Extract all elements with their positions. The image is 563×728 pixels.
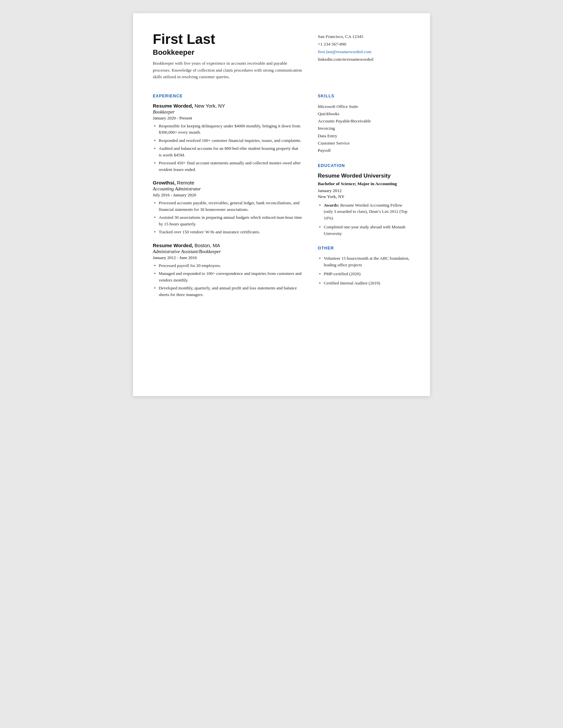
other-title: OTHER <box>318 246 410 250</box>
job-2-company-name: Growthsi, <box>153 180 176 185</box>
list-item: Payroll <box>318 147 410 154</box>
candidate-title: Bookkeeper <box>153 48 302 57</box>
list-item: Audited and balanced accounts for an 800… <box>153 145 302 158</box>
edu-school: Resume Worded University <box>318 173 410 179</box>
job-3-bullets: Processed payroll for 20 employees. Mana… <box>153 262 302 298</box>
job-2-company-suffix: Remote <box>176 180 194 185</box>
education-section: EDUCATION Resume Worded University Bache… <box>318 163 410 237</box>
list-item: Processed payroll for 20 employees. <box>153 262 302 269</box>
left-column: EXPERIENCE Resume Worded, New York, NY B… <box>153 94 302 378</box>
list-item: Responsible for keeping delinquency unde… <box>153 123 302 136</box>
list-item: Data Entry <box>318 132 410 140</box>
job-1-bullets: Responsible for keeping delinquency unde… <box>153 123 302 173</box>
header-left: First Last Bookkeeper Bookkeeper with fi… <box>153 32 302 81</box>
list-item: Invoicing <box>318 125 410 132</box>
edu-bullets: Awards: Resume Worded Accounting Fellow … <box>318 202 410 237</box>
list-item: Developed monthly, quarterly, and annual… <box>153 285 302 298</box>
job-2-role: Accounting Administrator <box>153 186 302 192</box>
job-1-company-name: Resume Worded, <box>153 103 193 109</box>
job-3-company: Resume Worded, Boston, MA <box>153 243 302 248</box>
summary-text: Bookkeeper with five years of experience… <box>153 60 302 80</box>
other-section: OTHER Volunteer 15 hours/month at the AB… <box>318 246 410 286</box>
resume-header: First Last Bookkeeper Bookkeeper with fi… <box>153 32 410 90</box>
job-1-dates: January 2020 - Present <box>153 116 302 121</box>
job-1-company: Resume Worded, New York, NY <box>153 103 302 109</box>
header-right: San Francisco, CA 12345 +1 234 567-890 f… <box>318 32 410 81</box>
job-2-company: Growthsi, Remote <box>153 180 302 186</box>
list-item: Processed 450+ final account statements … <box>153 160 302 173</box>
address: San Francisco, CA 12345 <box>318 33 410 41</box>
right-column: SKILLS Microsoft Office Suite Quickbooks… <box>318 94 410 378</box>
job-2-bullets: Processed accounts payable, receivables,… <box>153 200 302 235</box>
job-block-1: Resume Worded, New York, NY Bookkeeper J… <box>153 103 302 173</box>
edu-date: January 2012 <box>318 188 410 193</box>
list-item: Volunteer 15 hours/month at the ABC foun… <box>318 255 410 268</box>
job-3-role: Administrative Assistant/Bookkeeper <box>153 249 302 254</box>
list-item: Completed one-year study abroad with Mon… <box>318 224 410 237</box>
education-title: EDUCATION <box>318 163 410 168</box>
list-item: Microsoft Office Suite <box>318 103 410 110</box>
email-link[interactable]: first.last@resumeworded.com <box>318 49 371 54</box>
list-item: Managed and responded to 100+ correspond… <box>153 270 302 283</box>
list-item: Customer Service <box>318 140 410 147</box>
phone: +1 234 567-890 <box>318 41 410 48</box>
list-item: Tracked over 150 vendors' W-9s and insur… <box>153 229 302 235</box>
edu-location: New York, NY <box>318 194 410 199</box>
list-item: Responded and resolved 100+ customer fin… <box>153 137 302 144</box>
linkedin: linkedin.com/in/resumeworded <box>318 56 410 63</box>
resume-page: First Last Bookkeeper Bookkeeper with fi… <box>133 13 430 396</box>
job-block-2: Growthsi, Remote Accounting Administrato… <box>153 180 302 235</box>
list-item: Awards: Resume Worded Accounting Fellow … <box>318 202 410 221</box>
edu-degree: Bachelor of Science; Major in Accounting <box>318 181 410 187</box>
list-item: Assisted 30 associations in preparing an… <box>153 214 302 227</box>
skills-list: Microsoft Office Suite Quickbooks Accoun… <box>318 103 410 154</box>
job-3-company-name: Resume Worded, <box>153 243 193 248</box>
skills-section: SKILLS Microsoft Office Suite Quickbooks… <box>318 94 410 154</box>
experience-title: EXPERIENCE <box>153 94 302 98</box>
experience-section: EXPERIENCE Resume Worded, New York, NY B… <box>153 94 302 298</box>
job-block-3: Resume Worded, Boston, MA Administrative… <box>153 243 302 298</box>
job-3-dates: January 2012 - June 2016 <box>153 255 302 260</box>
candidate-name: First Last <box>153 32 302 47</box>
list-item: Processed accounts payable, receivables,… <box>153 200 302 213</box>
list-item: Certified Internal Auditor (2019) <box>318 280 410 286</box>
awards-label: Awards: <box>324 203 340 208</box>
job-3-company-suffix: Boston, MA <box>193 243 220 248</box>
other-list: Volunteer 15 hours/month at the ABC foun… <box>318 255 410 286</box>
list-item: Accounts Payable/Receivable <box>318 117 410 125</box>
job-1-company-suffix: New York, NY <box>193 103 225 109</box>
job-2-dates: July 2016 - January 2020 <box>153 192 302 198</box>
list-item: Quickbooks <box>318 110 410 117</box>
skills-title: SKILLS <box>318 94 410 98</box>
job-1-role: Bookkeeper <box>153 110 302 115</box>
list-item: PMP-certified (2020) <box>318 271 410 277</box>
